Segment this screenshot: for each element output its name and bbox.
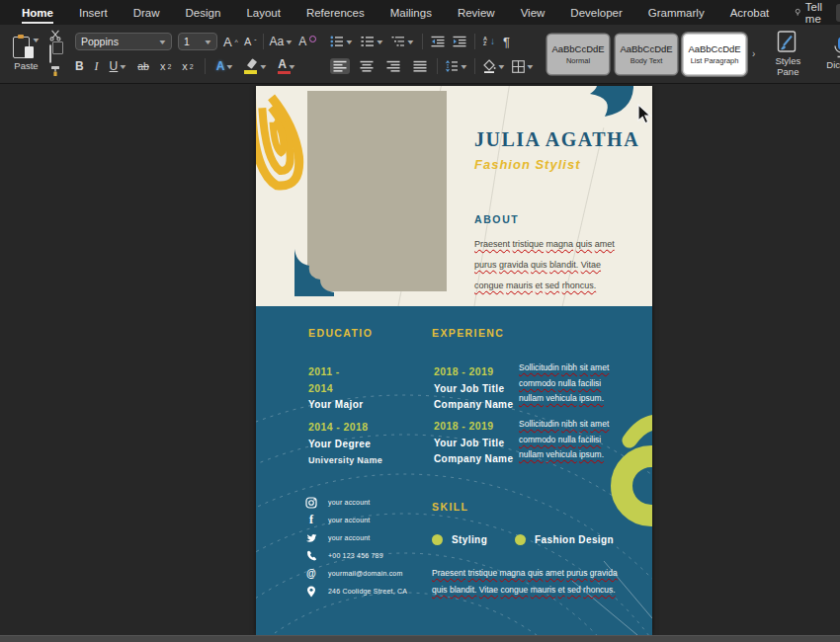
- tab-insert[interactable]: Insert: [79, 6, 108, 19]
- tell-me[interactable]: Tell me: [795, 1, 826, 25]
- word-window: Home Insert Draw Design Layout Reference…: [0, 0, 840, 642]
- mini-divider: [205, 58, 206, 74]
- mini-divider: [437, 58, 438, 74]
- style-body-text[interactable]: AaBbCcDdE Body Text: [616, 35, 677, 74]
- grow-font-button[interactable]: A^: [223, 36, 238, 48]
- phone-icon: [305, 550, 317, 561]
- education-title: Your Major: [308, 399, 363, 410]
- contact-label: +00 123 456 789: [328, 552, 383, 559]
- status-bar[interactable]: [0, 635, 840, 642]
- tab-draw[interactable]: Draw: [133, 6, 160, 19]
- font-size-value: 1: [184, 36, 190, 47]
- italic-button[interactable]: I: [95, 60, 99, 72]
- contact-row: your account: [305, 531, 370, 544]
- location-icon: [305, 586, 317, 598]
- borders-button[interactable]: ▼: [512, 60, 534, 73]
- about-line: Praesent tristique magna quis amet: [474, 234, 629, 255]
- numbered-list-icon: [361, 36, 375, 47]
- line-spacing-button[interactable]: ▼: [445, 60, 467, 72]
- styles-pane-label: StylesPane: [775, 56, 800, 78]
- copy-button[interactable]: [49, 45, 61, 63]
- tab-home[interactable]: Home: [22, 6, 53, 24]
- increase-indent-button[interactable]: [453, 36, 466, 47]
- align-center-button[interactable]: [357, 58, 377, 74]
- style-normal[interactable]: AaBbCcDdE Normal: [547, 35, 609, 74]
- tab-view[interactable]: View: [521, 6, 546, 19]
- align-center-icon: [360, 60, 374, 72]
- format-painter-button[interactable]: [49, 63, 61, 81]
- numbered-list-button[interactable]: ▼: [361, 36, 383, 47]
- style-list-paragraph[interactable]: AaBbCcDdE List Paragraph: [684, 35, 745, 74]
- skill-header: SKILL: [432, 501, 468, 513]
- font-name-combobox[interactable]: Poppins ▼: [75, 33, 172, 50]
- about-paragraph: Praesent tristique magna quis amet purus…: [474, 234, 629, 296]
- paste-button[interactable]: ▼ Paste: [9, 36, 43, 72]
- font-color-icon: A: [278, 58, 287, 74]
- tab-references[interactable]: References: [306, 6, 365, 19]
- skill-paragraph: Praesent tristique magna quis amet purus…: [432, 565, 625, 599]
- document-page[interactable]: JULIA AGATHA Fashion Stylist ABOUT Praes…: [256, 86, 652, 635]
- text-effects-chevron-icon: ▼: [225, 63, 235, 70]
- experience-period: 2018 - 2019: [434, 420, 493, 432]
- facebook-icon: f: [305, 513, 317, 527]
- grow-font-glyph: A: [223, 36, 232, 48]
- paste-chevron-icon[interactable]: ▼: [32, 37, 42, 43]
- underline-button[interactable]: U ▼: [110, 60, 127, 72]
- bold-button[interactable]: B: [75, 60, 84, 72]
- about-line: purus gravida quis blandit. Vitae: [474, 255, 629, 276]
- shading-button[interactable]: ▼: [482, 59, 505, 73]
- resume-header-section: JULIA AGATHA Fashion Stylist ABOUT Praes…: [256, 86, 652, 306]
- tab-acrobat[interactable]: Acrobat: [730, 6, 770, 19]
- contact-row: your account: [305, 496, 370, 509]
- tab-layout[interactable]: Layout: [246, 6, 281, 19]
- experience-desc-line: nullam vehicula ipsum.: [519, 391, 628, 407]
- instagram-icon: [305, 497, 317, 509]
- justify-button[interactable]: [410, 58, 430, 74]
- change-case-button[interactable]: Aa ▼: [270, 36, 294, 47]
- education-title: Your Degree: [308, 439, 371, 449]
- styles-more-button[interactable]: ›: [752, 48, 755, 59]
- dictate-label: Dictate: [826, 60, 840, 71]
- change-case-chevron-icon: ▼: [285, 39, 294, 45]
- bullet-list-button[interactable]: ▼: [330, 36, 353, 47]
- experience-company: Company Name: [434, 453, 513, 464]
- menu-bar: Home Insert Draw Design Layout Reference…: [0, 0, 840, 25]
- tab-design[interactable]: Design: [186, 6, 221, 19]
- sort-button[interactable]: AZ ↓: [483, 37, 495, 46]
- tab-review[interactable]: Review: [458, 6, 495, 19]
- dictate-button[interactable]: Dictate: [820, 37, 840, 71]
- multilevel-list-button[interactable]: ▼: [391, 36, 414, 47]
- styles-pane-button[interactable]: StylesPane: [769, 31, 806, 78]
- contact-row: @ yourmail@domain.com: [305, 567, 403, 580]
- highlighter-icon: [244, 59, 258, 74]
- clear-formatting-glyph: A: [298, 36, 306, 47]
- font-size-combobox[interactable]: 1 ▼: [178, 33, 217, 50]
- clear-formatting-button[interactable]: A: [298, 36, 316, 47]
- tab-grammarly[interactable]: Grammarly: [648, 6, 705, 19]
- copy-icon: [49, 44, 51, 63]
- subscript-button[interactable]: x2: [160, 61, 171, 72]
- style-sample: AaBbCcDdE: [620, 43, 672, 54]
- email-icon: @: [305, 568, 317, 579]
- education-period: 2011 -: [308, 365, 340, 377]
- strikethrough-button[interactable]: ab: [137, 61, 149, 72]
- about-header: ABOUT: [474, 213, 519, 225]
- text-effects-button[interactable]: A ▼: [216, 60, 234, 72]
- shading-bucket-icon: [482, 59, 496, 73]
- align-right-button[interactable]: [383, 58, 403, 74]
- shrink-font-glyph: A: [244, 37, 251, 47]
- font-color-button[interactable]: A ▼: [278, 58, 295, 74]
- bullet-chevron-icon: ▼: [345, 39, 355, 45]
- show-paragraph-marks-button[interactable]: ¶: [503, 36, 510, 48]
- align-left-button[interactable]: [330, 58, 350, 74]
- teal-corner-shape: [590, 86, 635, 120]
- tab-developer[interactable]: Developer: [570, 6, 622, 19]
- decrease-indent-button[interactable]: [431, 36, 445, 47]
- highlight-color-button[interactable]: ▼: [244, 59, 267, 74]
- experience-desc-line: Sollicitudin nibh sit amet: [519, 361, 628, 376]
- shrink-font-button[interactable]: Aˇ: [244, 37, 257, 47]
- tab-mailings[interactable]: Mailings: [390, 6, 432, 19]
- mini-divider: [474, 34, 475, 49]
- experience-desc-line: nullam vehicula ipsum.: [519, 447, 628, 463]
- superscript-button[interactable]: x2: [182, 61, 193, 72]
